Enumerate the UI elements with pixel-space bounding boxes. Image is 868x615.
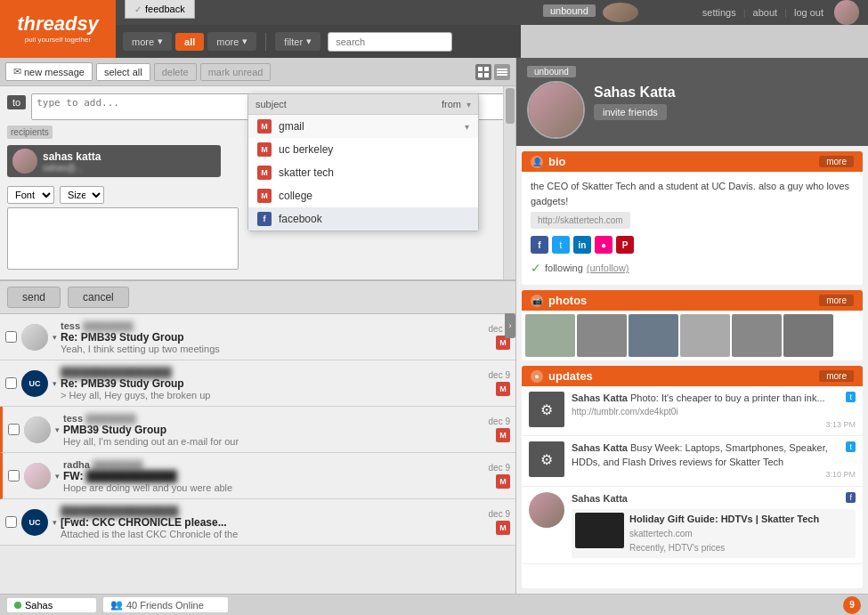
nav-more1-btn[interactable]: more ▾ bbox=[123, 32, 172, 51]
photo-thumb[interactable] bbox=[732, 314, 782, 357]
flickr-social-icon[interactable]: ● bbox=[595, 236, 612, 254]
nav-more2-btn[interactable]: more ▾ bbox=[207, 32, 256, 51]
top-bar-right: settings | about | log out bbox=[702, 0, 859, 25]
msg-checkbox[interactable] bbox=[8, 470, 20, 481]
photos-label: photos bbox=[548, 294, 587, 307]
gmail-service-icon: M bbox=[496, 428, 510, 442]
photo-thumb[interactable] bbox=[783, 314, 833, 357]
msg-subject: [Fwd: CKC CHRONICLE please... bbox=[61, 516, 483, 529]
svg-rect-6 bbox=[497, 74, 507, 76]
bio-header: 👤 bio more bbox=[522, 151, 863, 172]
photo-thumb[interactable] bbox=[680, 314, 730, 357]
update-author: Sahas Katta bbox=[572, 392, 630, 403]
friends-online: 👥 40 Friends Online bbox=[103, 597, 228, 612]
logo-sub: pull yourself together bbox=[17, 36, 99, 44]
message-body[interactable] bbox=[7, 207, 239, 270]
bio-more-btn[interactable]: more bbox=[819, 156, 854, 167]
msg-dropdown-arrow[interactable]: ▾ bbox=[53, 333, 57, 342]
compose-scrollbar[interactable] bbox=[503, 86, 515, 279]
msg-checkbox[interactable] bbox=[5, 331, 17, 343]
unfollow-link[interactable]: (unfollow) bbox=[587, 261, 629, 276]
update-thumb: ⚙ bbox=[529, 441, 564, 477]
photos-grid bbox=[522, 311, 863, 360]
msg-dropdown-arrow[interactable]: ▾ bbox=[55, 472, 60, 481]
update-item: ⚙ Sahas Katta Busy Week: Laptops, Smartp… bbox=[522, 436, 863, 486]
photo-thumb[interactable] bbox=[629, 314, 678, 357]
msg-preview: Attached is the last CKC Chronicle of th… bbox=[61, 529, 483, 539]
update-author: Sahas Katta bbox=[572, 493, 628, 504]
list-view-icon[interactable] bbox=[494, 64, 510, 80]
updates-more-btn[interactable]: more bbox=[819, 370, 854, 382]
dropdown-item-ucberkeley[interactable]: M uc berkeley bbox=[248, 138, 478, 161]
table-row[interactable]: ▾ tess ████████ Re: PMB39 Study Group Ye… bbox=[0, 314, 515, 360]
to-label: to bbox=[7, 95, 26, 109]
pinterest-social-icon[interactable]: P bbox=[616, 236, 634, 254]
filter-btn[interactable]: filter ▾ bbox=[275, 32, 320, 51]
twitter-social-icon[interactable]: t bbox=[552, 236, 570, 254]
gmail-service-icon: M bbox=[496, 382, 510, 396]
msg-checkbox[interactable] bbox=[5, 516, 17, 528]
size-select[interactable]: Size bbox=[60, 186, 104, 204]
photos-more-btn[interactable]: more bbox=[819, 295, 854, 306]
invite-friends-btn[interactable]: invite friends bbox=[594, 104, 667, 120]
college-icon: M bbox=[257, 189, 272, 203]
nav-all-btn[interactable]: all bbox=[175, 33, 204, 51]
right-panel: unbound Sahas Katta invite friends 👤 bio… bbox=[516, 58, 868, 594]
send-btn[interactable]: send bbox=[7, 287, 61, 308]
profile-avatar bbox=[527, 81, 585, 139]
linkedin-social-icon[interactable]: in bbox=[573, 236, 591, 254]
facebook-social-icon[interactable]: f bbox=[531, 236, 548, 254]
svg-rect-0 bbox=[478, 67, 483, 71]
dropdown-item-skattertech[interactable]: M skatter tech bbox=[248, 161, 478, 184]
gmail-label: gmail bbox=[279, 120, 304, 133]
table-row[interactable]: UC ▾ ████████████████ Re: PMB39 Study Gr… bbox=[0, 360, 515, 407]
msg-preview: Hey all, I'm sending out an e-mail for o… bbox=[63, 436, 483, 447]
profile-name: Sahas Katta bbox=[594, 85, 857, 101]
uc-icon: M bbox=[257, 142, 272, 157]
search-input[interactable] bbox=[328, 32, 452, 52]
delete-btn[interactable]: delete bbox=[154, 63, 197, 81]
dropdown-item-gmail[interactable]: M gmail ▾ bbox=[248, 115, 478, 138]
recipients-label: recipients bbox=[7, 125, 53, 139]
msg-dropdown-arrow[interactable]: ▾ bbox=[53, 518, 57, 527]
photo-thumb[interactable] bbox=[577, 314, 627, 357]
collapse-btn[interactable]: › bbox=[505, 313, 515, 338]
msg-avatar: UC bbox=[21, 370, 48, 397]
msg-sender: tess ████████ bbox=[61, 320, 483, 331]
settings-link[interactable]: settings bbox=[702, 7, 736, 18]
msg-subject: Re: PMB39 Study Group bbox=[61, 331, 483, 344]
feedback-tab[interactable]: ✓ feedback bbox=[125, 0, 195, 19]
gmail-icon: M bbox=[257, 119, 272, 134]
bio-label: bio bbox=[548, 155, 566, 168]
table-row[interactable]: UC ▾ █████████████████ [Fwd: CKC CHRONIC… bbox=[0, 499, 515, 546]
table-row[interactable]: ▾ radha ████████ FW: ████████████ Hope a… bbox=[0, 453, 515, 499]
msg-checkbox[interactable] bbox=[5, 377, 17, 389]
subject-dropdown: subject from ▾ M gmail ▾ M uc berkeley M… bbox=[247, 93, 479, 231]
dropdown-item-facebook[interactable]: f facebook bbox=[248, 207, 478, 231]
update-text: Photo: It's cheaper to buy a printer tha… bbox=[630, 392, 825, 403]
notification-count[interactable]: 9 bbox=[843, 596, 861, 614]
table-row[interactable]: ▾ tess ████████ PMB39 Study Group Hey al… bbox=[0, 407, 515, 453]
cancel-btn[interactable]: cancel bbox=[68, 287, 129, 308]
font-select[interactable]: Font bbox=[7, 186, 54, 204]
about-link[interactable]: about bbox=[753, 7, 778, 18]
msg-dropdown-arrow[interactable]: ▾ bbox=[53, 379, 57, 388]
mark-unread-btn[interactable]: mark unread bbox=[200, 63, 272, 81]
svg-rect-5 bbox=[497, 71, 507, 73]
photo-thumb[interactable] bbox=[525, 314, 575, 357]
new-message-btn[interactable]: ✉ new message bbox=[5, 62, 93, 81]
msg-date: dec 9 bbox=[489, 417, 510, 426]
select-all-btn[interactable]: select all bbox=[96, 63, 150, 81]
msg-dropdown-arrow[interactable]: ▾ bbox=[55, 425, 60, 434]
msg-checkbox[interactable] bbox=[8, 424, 20, 435]
subject-label: subject bbox=[256, 99, 287, 109]
logout-link[interactable]: log out bbox=[794, 7, 823, 18]
grid-view-icon[interactable] bbox=[475, 64, 491, 80]
msg-date: dec 9 bbox=[489, 463, 510, 473]
update-link[interactable]: http://tumblr.com/xde4kpt0i bbox=[572, 407, 678, 417]
nested-link[interactable]: skattertech.com bbox=[629, 529, 693, 538]
bio-link[interactable]: http://skattertech.com bbox=[531, 212, 630, 229]
nested-preview: Recently, HDTV's prices bbox=[629, 542, 819, 554]
logo[interactable]: threadsy pull yourself together bbox=[0, 0, 116, 58]
dropdown-item-college[interactable]: M college bbox=[248, 184, 478, 207]
